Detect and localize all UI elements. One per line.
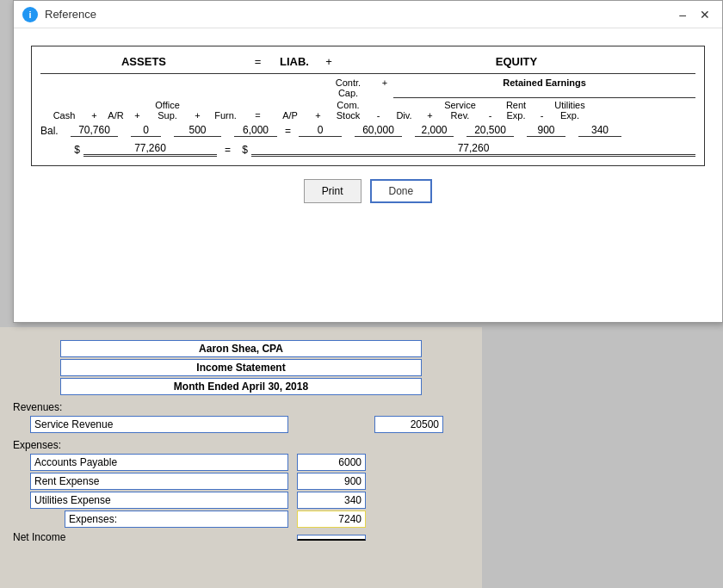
service-revenue-value[interactable]: 20500	[374, 416, 443, 433]
rent-value: 900	[527, 124, 565, 137]
com-stock-col-label: Com.Stock	[324, 100, 372, 121]
equity-total: 77,260	[251, 142, 695, 157]
assets-header: ASSETS	[40, 55, 247, 68]
print-button[interactable]: Print	[304, 179, 362, 203]
office-sup-value: 500	[174, 124, 221, 137]
info-icon: i	[22, 7, 38, 22]
equity-header: EQUITY	[337, 55, 695, 68]
dialog-title: Reference	[45, 8, 676, 21]
retained-earnings-label: Retained Earnings	[393, 77, 695, 98]
com-stock-value: 60,000	[355, 124, 402, 137]
net-income-label: Net Income	[13, 531, 288, 543]
assets-total: 77,260	[83, 142, 217, 157]
svc-rev-col-label: ServiceRev.	[436, 100, 484, 121]
ar-value: 0	[131, 124, 161, 137]
close-button[interactable]: ✕	[696, 8, 714, 22]
contr-cap-label: Contr. Cap.	[320, 77, 376, 98]
service-revenue-label[interactable]: Service Revenue	[30, 416, 288, 433]
expenses-total-row: Expenses: 7240	[13, 511, 469, 528]
expenses-total-value[interactable]: 7240	[297, 511, 366, 528]
expenses-label: Expenses:	[13, 436, 469, 454]
rent-expense-label[interactable]: Rent Expense	[30, 473, 288, 490]
ap-value: 0	[299, 124, 342, 137]
utilities-expense-row: Utilities Expense 340	[13, 492, 469, 509]
utilities-col-label: UtilitiesExp.	[548, 100, 591, 121]
dialog-titlebar: i Reference – ✕	[14, 1, 722, 28]
utilities-value: 340	[578, 124, 621, 137]
equals-header: =	[247, 55, 269, 68]
period-box: Month Ended April 30, 2018	[60, 378, 422, 395]
dialog-controls: – ✕	[676, 8, 714, 22]
plus-header: +	[320, 55, 337, 68]
dollar1: $	[71, 144, 83, 156]
revenues-label: Revenues:	[13, 399, 469, 416]
rent-expense-row: Rent Expense 900	[13, 473, 469, 490]
company-name-row: Aaron Shea, CPA	[13, 340, 469, 357]
dialog-buttons: Print Done	[31, 179, 705, 203]
utilities-expense-value[interactable]: 340	[297, 492, 366, 509]
income-statement-section: Aaron Shea, CPA Income Statement Month E…	[9, 336, 473, 548]
service-revenue-row: Service Revenue 20500	[13, 416, 469, 433]
office-sup-col-label: OfficeSup.	[144, 100, 191, 121]
accounts-payable-label[interactable]: Accounts Payable	[30, 454, 288, 471]
liab-header: LIAB.	[269, 55, 320, 68]
furn-value: 6,000	[234, 124, 277, 137]
dollar2: $	[238, 144, 251, 156]
accounts-payable-value[interactable]: 6000	[297, 454, 366, 471]
net-income-value[interactable]	[297, 535, 366, 541]
ar-col-label: A/R	[101, 110, 131, 121]
furn-col-label: Furn.	[204, 110, 247, 121]
accounting-equation-area: ASSETS = LIAB. + EQUITY Contr. Cap. + Re…	[31, 46, 705, 166]
reference-dialog: i Reference – ✕ ASSETS = LIAB. + EQUITY …	[13, 0, 723, 323]
svc-rev-value: 20,500	[467, 124, 514, 137]
net-income-row: Net Income	[13, 531, 469, 543]
div-col-label: Div.	[385, 110, 423, 121]
utilities-expense-label[interactable]: Utilities Expense	[30, 492, 288, 509]
statement-title-row: Income Statement	[13, 359, 469, 376]
dialog-content: ASSETS = LIAB. + EQUITY Contr. Cap. + Re…	[14, 28, 722, 216]
ap-col-label: A/P	[269, 110, 312, 121]
cash-col-label: Cash	[40, 110, 88, 121]
statement-title-box: Income Statement	[60, 359, 422, 376]
expenses-total-label[interactable]: Expenses:	[65, 511, 288, 528]
cash-value: 70,760	[71, 124, 118, 137]
bal-label: Bal.	[40, 125, 71, 137]
div-value: 2,000	[415, 124, 454, 137]
company-name-box: Aaron Shea, CPA	[60, 340, 422, 357]
period-row: Month Ended April 30, 2018	[13, 378, 469, 395]
rent-expense-value[interactable]: 900	[297, 473, 366, 490]
minimize-button[interactable]: –	[676, 8, 689, 22]
rent-col-label: RentExp.	[497, 100, 535, 121]
accounts-payable-row: Accounts Payable 6000	[13, 454, 469, 471]
done-button[interactable]: Done	[370, 179, 433, 203]
